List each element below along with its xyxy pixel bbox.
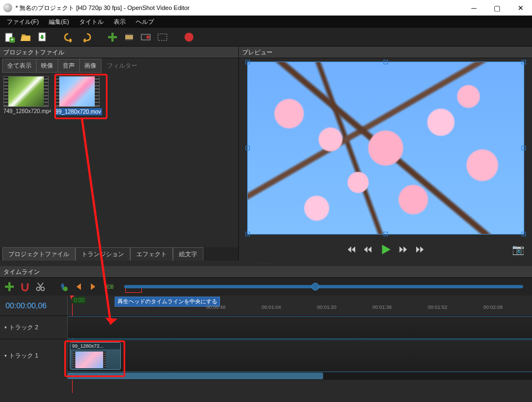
svg-point-20 (111, 286, 112, 288)
timeline-clip[interactable]: 99_1280x72... (70, 342, 121, 370)
film-strip-button[interactable] (123, 31, 135, 43)
main-toolbar: + (0, 28, 532, 47)
svg-text:+: + (11, 37, 14, 43)
zoom-slider[interactable] (124, 285, 523, 288)
scrollbar-track[interactable] (68, 372, 532, 380)
export-button[interactable] (183, 31, 195, 43)
file-label: 749_1280x720.mp4 (3, 108, 51, 114)
close-button[interactable]: ✕ (509, 0, 532, 16)
filter-input[interactable] (105, 61, 236, 70)
transform-handle[interactable] (383, 60, 388, 64)
transform-handle[interactable] (245, 60, 250, 64)
rewind-button[interactable] (362, 243, 374, 256)
profile-button[interactable] (140, 31, 152, 43)
scrollbar-thumb[interactable] (68, 373, 323, 379)
timeline-header: タイムライン (0, 266, 532, 278)
file-item[interactable]: 749_1280x720.mp4 (3, 76, 51, 114)
preview-body[interactable] (239, 58, 532, 238)
track-body[interactable] (68, 316, 532, 339)
minimize-button[interactable]: ─ (462, 0, 485, 16)
play-button[interactable] (380, 243, 392, 256)
svg-point-19 (106, 286, 108, 288)
tab-emoji[interactable]: 絵文字 (173, 247, 203, 261)
ruler-tick: 00:01:04 (262, 304, 281, 310)
snapshot-button[interactable]: 📷 (512, 243, 524, 256)
playback-controls: 📷 (239, 238, 532, 261)
filter-image[interactable]: 画像 (80, 59, 101, 73)
chevron-down-icon: ▾ (4, 353, 7, 358)
transform-handle[interactable] (521, 146, 526, 150)
timecode-display: 00:00:00,06 (0, 296, 68, 316)
import-file-button[interactable] (106, 31, 119, 43)
tab-effects[interactable]: エフェクト (130, 247, 173, 261)
prev-marker-button[interactable] (72, 281, 84, 293)
preview-header: プレビュー (239, 47, 532, 58)
menu-help[interactable]: ヘルプ (131, 17, 158, 27)
transform-handle[interactable] (245, 232, 250, 236)
track-header[interactable]: ▾トラック 1 (0, 339, 68, 372)
svg-point-10 (146, 35, 150, 39)
transform-handle[interactable] (521, 60, 526, 64)
track-body[interactable]: 99_1280x72... (68, 339, 532, 372)
ruler-tick: 00:01:20 (317, 304, 336, 310)
timeline-ruler[interactable]: 0:00 再生ヘッドのタイムラインを中央にする 00:00:48 00:01:0… (68, 296, 532, 316)
next-marker-button[interactable] (88, 281, 100, 293)
project-files-body[interactable]: 749_1280x720.mp4 99_1280x720.mov (0, 73, 238, 247)
tab-project-files[interactable]: プロジェクトファイル (2, 247, 75, 261)
ruler-tick: 00:00:48 (206, 304, 226, 310)
track-header[interactable]: ▾トラック 2 (0, 316, 68, 339)
preview-frame[interactable] (247, 62, 524, 235)
save-project-button[interactable] (37, 31, 49, 43)
filter-video[interactable]: 映像 (37, 59, 58, 73)
menu-file[interactable]: ファイル(F) (2, 17, 43, 27)
marker-button[interactable] (57, 281, 69, 293)
clip-title: 99_1280x72... (70, 343, 120, 349)
jump-end-button[interactable] (415, 243, 427, 256)
window-titlebar: * 無名のプロジェクト [HD 720p 30 fps] - OpenShot … (0, 0, 532, 16)
menu-title[interactable]: タイトル (75, 17, 108, 27)
project-files-header: プロジェクトファイル (0, 47, 238, 58)
ruler-tooltip: 再生ヘッドのタイムラインを中央にする (115, 297, 220, 307)
tab-transitions[interactable]: トランジション (75, 247, 130, 261)
track-row: ▾トラック 1 99_1280x72... (0, 339, 532, 372)
filter-show-all[interactable]: 全て表示 (2, 59, 37, 73)
timeline-toolbar (0, 278, 532, 296)
transform-handle[interactable] (521, 232, 526, 236)
add-track-button[interactable] (3, 281, 16, 293)
transform-handle[interactable] (245, 146, 250, 150)
svg-rect-11 (158, 34, 167, 40)
fullscreen-button[interactable] (156, 31, 168, 43)
svg-point-17 (63, 287, 68, 291)
menu-view[interactable]: 表示 (109, 17, 130, 27)
redo-button[interactable] (80, 31, 92, 43)
ruler-tick: 00:01:36 (372, 304, 392, 310)
menu-bar: ファイル(F) 編集(E) タイトル 表示 ヘルプ (0, 16, 532, 28)
jump-start-button[interactable] (344, 243, 356, 256)
file-thumbnail-icon (54, 76, 100, 107)
filter-bar: 全て表示 映像 音声 画像 (0, 58, 238, 73)
zoom-slider-knob[interactable] (311, 283, 319, 291)
maximize-button[interactable]: ▢ (485, 0, 509, 16)
ruler-tick: 00:02:08 (483, 304, 503, 310)
track-row: ▾トラック 2 (0, 316, 532, 339)
fastforward-button[interactable] (397, 243, 410, 256)
svg-rect-7 (125, 33, 133, 35)
track-label: トラック 2 (9, 323, 38, 332)
window-title: * 無名のプロジェクト [HD 720p 30 fps] - OpenShot … (16, 4, 190, 12)
razor-button[interactable] (34, 281, 47, 293)
undo-button[interactable] (63, 31, 75, 43)
center-playhead-button[interactable] (103, 281, 115, 293)
snap-button[interactable] (19, 281, 31, 293)
file-item[interactable]: 99_1280x720.mov (54, 76, 102, 115)
splitter-handle[interactable]: ······ (0, 261, 532, 266)
menu-edit[interactable]: 編集(E) (44, 17, 74, 27)
filter-audio[interactable]: 音声 (58, 59, 80, 73)
ruler-tick: 00:01:52 (428, 304, 447, 310)
chevron-down-icon: ▾ (4, 325, 7, 330)
svg-rect-14 (5, 286, 14, 288)
new-project-button[interactable]: + (3, 31, 16, 43)
transform-handle[interactable] (383, 232, 388, 236)
svg-point-12 (185, 33, 193, 42)
open-project-button[interactable] (20, 31, 32, 43)
timeline-scrollbar (0, 372, 532, 380)
